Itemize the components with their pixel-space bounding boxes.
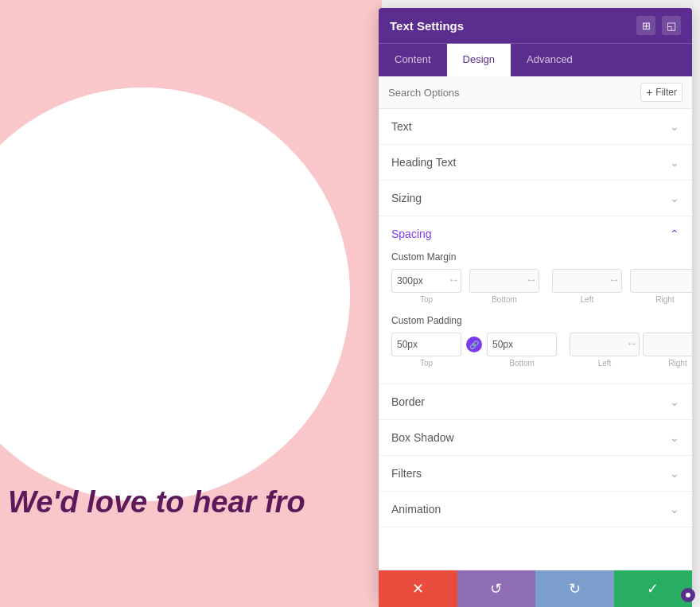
panel-body: Text ⌄ Heading Text ⌄ Sizing ⌄ Spacing ⌃… — [379, 109, 692, 570]
section-spacing: Spacing ⌃ Custom Margin 300px ⭤ — [379, 216, 692, 384]
margin-left-input[interactable]: ⭤ — [552, 269, 622, 293]
padding-bottom-input[interactable]: 50px — [487, 333, 557, 356]
padding-left-label: Left — [598, 359, 612, 368]
section-border-chevron: ⌄ — [670, 395, 679, 408]
panel-header: Text Settings ⊞ ◱ — [379, 8, 692, 43]
redo-icon: ↻ — [569, 580, 581, 597]
margin-top-input[interactable]: 300px ⭤ — [391, 269, 461, 293]
padding-right-group: Right — [643, 333, 692, 368]
section-sizing-chevron: ⌄ — [670, 192, 679, 204]
padding-bottom-group: 50px Bottom — [487, 333, 557, 368]
settings-panel: Text Settings ⊞ ◱ Content Design Advance… — [379, 8, 692, 599]
custom-padding-label: Custom Padding — [391, 315, 679, 326]
undo-icon: ↺ — [490, 580, 502, 597]
padding-top-label: Top — [420, 359, 433, 368]
margin-right-input[interactable] — [630, 269, 692, 293]
margin-bottom-input[interactable]: ⭤ — [469, 269, 539, 293]
margin-left-group: ⭤ Left — [552, 269, 622, 304]
margin-top-link-icon: ⭤ — [450, 277, 457, 285]
filter-label: Filter — [655, 87, 677, 98]
margin-top-label: Top — [420, 295, 433, 304]
section-border-label: Border — [391, 395, 425, 408]
section-sizing-label: Sizing — [391, 192, 422, 204]
padding-top-value: 50px — [397, 339, 418, 350]
margin-inputs-row: 300px ⭤ Top ⭤ Bottom — [391, 269, 679, 304]
section-sizing[interactable]: Sizing ⌄ — [379, 181, 692, 216]
background-area: We'd love to hear fro — [0, 0, 382, 607]
padding-left-input[interactable]: ⭤ — [570, 333, 640, 356]
section-filters-chevron: ⌄ — [670, 467, 679, 480]
padding-chain-icon[interactable]: 🔗 — [466, 337, 482, 352]
tab-advanced[interactable]: Advanced — [511, 44, 589, 76]
spacing-content: Custom Margin 300px ⭤ Top — [379, 251, 692, 383]
margin-top-group: 300px ⭤ Top — [391, 269, 461, 304]
section-heading-text-label: Heading Text — [391, 156, 456, 169]
undo-button[interactable]: ↺ — [457, 570, 536, 607]
margin-bottom-link-icon: ⭤ — [528, 277, 535, 285]
spacing-chevron: ⌃ — [670, 228, 679, 240]
save-button[interactable]: ✓ — [614, 570, 693, 607]
spacing-label: Spacing — [391, 228, 432, 240]
save-icon: ✓ — [647, 580, 659, 597]
panel-tabs: Content Design Advanced — [379, 43, 692, 76]
section-filters-label: Filters — [391, 467, 422, 480]
margin-left-link-icon: ⭤ — [611, 277, 618, 285]
padding-inputs-row: 50px Top 🔗 50px — [391, 333, 679, 368]
search-input[interactable] — [388, 87, 640, 99]
panel-header-icons: ⊞ ◱ — [636, 16, 681, 35]
corner-dot-inner — [686, 593, 690, 597]
filter-plus-icon: + — [646, 86, 652, 99]
section-box-shadow[interactable]: Box Shadow ⌄ — [379, 420, 692, 456]
padding-right-label: Right — [668, 359, 686, 368]
search-bar: + Filter — [379, 76, 692, 109]
tab-design[interactable]: Design — [447, 44, 511, 76]
section-animation[interactable]: Animation ⌄ — [379, 492, 692, 527]
margin-bottom-group: ⭤ Bottom — [469, 269, 539, 304]
margin-right-label: Right — [655, 295, 674, 304]
filter-button[interactable]: + Filter — [640, 83, 682, 102]
section-filters[interactable]: Filters ⌄ — [379, 456, 692, 492]
section-text[interactable]: Text ⌄ — [379, 109, 692, 145]
section-text-chevron: ⌄ — [670, 120, 679, 133]
cancel-icon: ✕ — [412, 580, 424, 597]
background-text: We'd love to hear fro — [8, 485, 305, 519]
custom-padding-group: Custom Padding 50px Top 🔗 — [391, 315, 679, 368]
background-circle — [0, 88, 350, 501]
padding-chain-wrapper: 🔗 — [466, 333, 482, 368]
corner-dot — [681, 588, 695, 602]
section-animation-chevron: ⌄ — [670, 503, 679, 516]
custom-margin-label: Custom Margin — [391, 251, 679, 263]
action-bar: ✕ ↺ ↻ ✓ — [379, 570, 692, 607]
section-box-shadow-chevron: ⌄ — [670, 431, 679, 444]
margin-top-value: 300px — [397, 275, 423, 286]
padding-bottom-label: Bottom — [509, 359, 535, 368]
panel-icon-grid[interactable]: ⊞ — [636, 16, 655, 35]
redo-button[interactable]: ↻ — [535, 570, 614, 607]
section-heading-text[interactable]: Heading Text ⌄ — [379, 145, 692, 181]
cancel-button[interactable]: ✕ — [379, 570, 457, 607]
section-animation-label: Animation — [391, 503, 441, 516]
section-heading-chevron: ⌄ — [670, 156, 679, 169]
custom-margin-group: Custom Margin 300px ⭤ Top — [391, 251, 679, 304]
spacing-header[interactable]: Spacing ⌃ — [379, 216, 692, 251]
margin-right-group: Right — [630, 269, 692, 304]
panel-title: Text Settings — [390, 19, 464, 33]
padding-top-group: 50px Top — [391, 333, 461, 368]
padding-bottom-value: 50px — [492, 339, 513, 350]
padding-right-input[interactable] — [643, 333, 692, 356]
section-box-shadow-label: Box Shadow — [391, 431, 454, 444]
padding-top-input[interactable]: 50px — [391, 333, 461, 356]
tab-content[interactable]: Content — [379, 44, 447, 76]
padding-left-group: ⭤ Left — [570, 333, 640, 368]
margin-bottom-label: Bottom — [492, 295, 517, 304]
margin-left-label: Left — [581, 295, 594, 304]
padding-left-link-icon: ⭤ — [628, 340, 636, 348]
section-border[interactable]: Border ⌄ — [379, 384, 692, 420]
panel-icon-external[interactable]: ◱ — [662, 16, 681, 35]
section-text-label: Text — [391, 120, 412, 133]
